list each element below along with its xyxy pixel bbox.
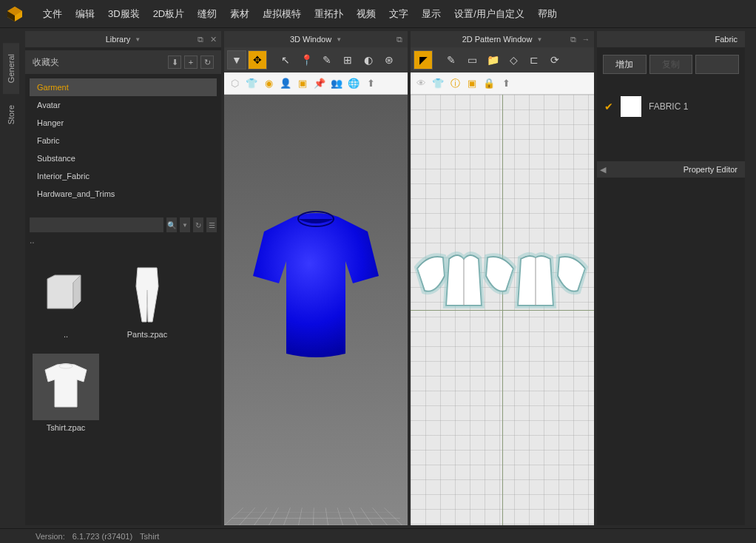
side-tab-general[interactable]: General <box>3 43 19 94</box>
favorites-label: 收藏夹 <box>33 56 59 69</box>
search-input[interactable] <box>30 217 163 232</box>
viewport-3d-canvas[interactable] <box>224 95 408 525</box>
copy-fabric-button[interactable]: 复制 <box>649 55 693 74</box>
add-fabric-button[interactable]: 增加 <box>603 55 647 74</box>
fabric-item[interactable]: ✔ FABRIC 1 <box>604 96 738 117</box>
menu-text[interactable]: 文字 <box>389 7 408 21</box>
file-tshirt[interactable]: Tshirt.zpac <box>33 354 99 432</box>
view-globe-icon[interactable]: 🌐 <box>346 76 361 91</box>
toolbar-3d-sub: ⬡ 👕 ◉ 👤 ▣ 📌 👥 🌐 ⬆ <box>224 72 408 95</box>
move-tool-icon[interactable]: ✥ <box>248 50 267 70</box>
menu-help[interactable]: 帮助 <box>538 7 557 21</box>
window-3d: 3D Window ▼ ⧉ ▼ ✥ ↖ 📍 ✎ ⊞ ◐ ⊛ ⬡ 👕 ◉ <box>224 31 408 525</box>
info-icon[interactable]: ⓘ <box>448 76 462 91</box>
rect-tool-icon[interactable]: ▭ <box>462 50 482 70</box>
garment-3d-model[interactable] <box>246 206 386 371</box>
fabric-name: FABRIC 1 <box>649 101 688 112</box>
export-icon[interactable]: ⬆ <box>363 76 378 91</box>
file-grid: .. Pants.zpac Tshirt.zpac <box>25 246 221 447</box>
menu-edit[interactable]: 编辑 <box>75 7 95 21</box>
view-avatar-icon[interactable]: 👤 <box>278 76 293 91</box>
fabric-panel-header: Fabric <box>597 31 745 47</box>
view-shirt-icon[interactable]: 👕 <box>244 76 259 91</box>
lock-icon[interactable]: 🔒 <box>482 76 496 91</box>
list-view-icon[interactable]: ☰ <box>206 217 217 232</box>
menu-3d-garment[interactable]: 3D服装 <box>108 7 140 21</box>
tack-tool-icon[interactable]: ⊛ <box>379 50 399 70</box>
view-eye-icon[interactable]: 👁 <box>414 76 428 91</box>
third-fabric-button[interactable] <box>695 55 739 74</box>
fabric-swatch[interactable] <box>621 96 641 117</box>
popout-icon[interactable]: ⧉ <box>568 34 578 44</box>
side-tabs: General Store <box>0 28 22 528</box>
dropdown-icon[interactable]: ▼ <box>536 36 542 43</box>
category-avatar[interactable]: Avatar <box>30 96 217 114</box>
viewport-2d-canvas[interactable] <box>411 95 594 525</box>
folder-tool-icon[interactable]: 📁 <box>483 50 502 70</box>
view-garment-icon[interactable]: ⬡ <box>227 76 242 91</box>
category-interior-fabric[interactable]: Interior_Fabric <box>30 167 217 185</box>
notch-tool-icon[interactable]: ⊏ <box>524 50 544 70</box>
current-file: Tshirt <box>140 532 159 541</box>
refresh-list-icon[interactable]: ↻ <box>193 217 203 232</box>
expand-icon[interactable]: → <box>581 34 591 44</box>
library-panel: Library ▼ ⧉ ✕ 收藏夹 ⬇ + ↻ Garment Avatar H… <box>25 31 221 525</box>
select-tool-icon[interactable]: ↖ <box>276 50 295 70</box>
dart-tool-icon[interactable]: ◇ <box>504 50 523 70</box>
menu-avatar[interactable]: 虚拟模特 <box>263 7 301 21</box>
dropdown-icon[interactable]: ▼ <box>336 36 342 43</box>
window-2d: 2D Pattern Window ▼ ⧉ → ◤ ✎ ▭ 📁 ◇ ⊏ ⟳ 👁 … <box>411 31 594 525</box>
menu-video[interactable]: 视频 <box>357 7 376 21</box>
menu-material[interactable]: 素材 <box>230 7 249 21</box>
fold-tool-icon[interactable]: ◐ <box>359 50 378 70</box>
view-surface-icon[interactable]: ▣ <box>295 76 310 91</box>
category-substance[interactable]: Substance <box>30 149 217 167</box>
file-parent-folder[interactable]: .. <box>33 260 99 339</box>
simulate-icon[interactable]: ▼ <box>227 50 246 70</box>
right-panel: Fabric 增加 复制 ✔ FABRIC 1 ◀ Property Edito… <box>597 31 745 525</box>
arrange-tool-icon[interactable]: ⊞ <box>338 50 357 70</box>
edit-tool-icon[interactable]: ✎ <box>317 50 337 70</box>
file-label: Pants.zpac <box>114 330 180 339</box>
edit-pattern-icon[interactable]: ◤ <box>414 50 433 70</box>
popout-icon[interactable]: ⧉ <box>195 34 206 44</box>
panel-container: Library ▼ ⧉ ✕ 收藏夹 ⬇ + ↻ Garment Avatar H… <box>22 28 756 528</box>
upload-icon[interactable]: ⬆ <box>499 76 513 91</box>
menu-2d-pattern[interactable]: 2D板片 <box>153 7 185 21</box>
menu-sewing[interactable]: 缝纫 <box>198 7 217 21</box>
dropdown-icon[interactable]: ▼ <box>135 36 141 43</box>
side-tab-store[interactable]: Store <box>3 94 19 135</box>
menu-retopology[interactable]: 重拓扑 <box>314 7 343 21</box>
add-icon[interactable]: + <box>184 55 198 69</box>
menu-display[interactable]: 显示 <box>422 7 441 21</box>
category-fabric[interactable]: Fabric <box>30 132 217 149</box>
seam-tool-icon[interactable]: ⟳ <box>545 50 564 70</box>
close-icon[interactable]: ✕ <box>208 34 218 44</box>
toolbar-2d-sub: 👁 👕 ⓘ ▣ 🔒 ⬆ <box>411 72 594 95</box>
category-hardware-trims[interactable]: Hardware_and_Trims <box>30 185 217 203</box>
view-pin-icon[interactable]: 📌 <box>312 76 327 91</box>
draw-tool-icon[interactable]: ✎ <box>442 50 461 70</box>
pattern-pieces[interactable] <box>411 243 594 317</box>
view-texture-icon[interactable]: ◉ <box>261 76 276 91</box>
layer-icon[interactable]: ▣ <box>465 76 479 91</box>
view-garment-icon[interactable]: 👕 <box>431 76 445 91</box>
library-header: Library ▼ ⧉ ✕ <box>25 31 221 47</box>
version-value: 6.1.723 (r37401) <box>72 532 132 541</box>
pin-tool-icon[interactable]: 📍 <box>297 50 316 70</box>
search-icon[interactable]: 🔍 <box>166 217 177 232</box>
popout-icon[interactable]: ⧉ <box>394 34 405 44</box>
file-label: Tshirt.zpac <box>33 423 99 432</box>
breadcrumb-path[interactable]: .. <box>25 235 221 246</box>
menu-settings[interactable]: 设置/用户自定义 <box>454 7 524 21</box>
refresh-icon[interactable]: ↻ <box>200 55 214 69</box>
category-hanger[interactable]: Hanger <box>30 114 217 132</box>
search-dropdown-icon[interactable]: ▼ <box>180 217 190 232</box>
menu-file[interactable]: 文件 <box>43 7 62 21</box>
category-garment[interactable]: Garment <box>30 78 217 96</box>
download-icon[interactable]: ⬇ <box>168 55 181 69</box>
property-editor-body <box>597 178 745 525</box>
view-avatar2-icon[interactable]: 👥 <box>329 76 344 91</box>
file-pants[interactable]: Pants.zpac <box>114 260 180 339</box>
collapse-icon[interactable]: ◀ <box>600 165 606 175</box>
